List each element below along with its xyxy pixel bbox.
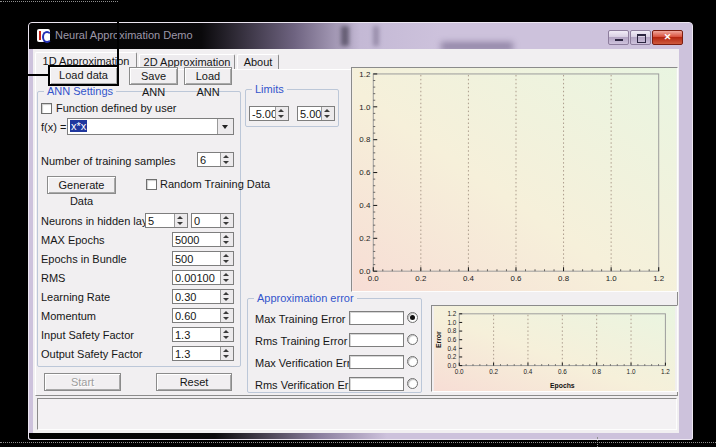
svg-text:1.2: 1.2 xyxy=(359,70,370,79)
svg-text:1.2: 1.2 xyxy=(447,310,456,317)
spinner-value: 6 xyxy=(200,154,206,166)
max-training-error-field[interactable] xyxy=(349,311,404,325)
input-safety-factor-label: Input Safety Factor xyxy=(41,329,134,341)
spinner-arrows[interactable] xyxy=(321,107,334,120)
svg-text:0.8: 0.8 xyxy=(558,274,570,283)
error-plot: 0.00.20.40.60.81.01.20.00.20.40.60.81.01… xyxy=(432,306,677,391)
max-verification-error-radio[interactable] xyxy=(407,356,418,367)
spinner-arrows[interactable] xyxy=(220,347,233,360)
rms-verification-error-label: Rms Verification Error xyxy=(255,379,362,391)
approximation-plot: 0.00.20.40.60.81.01.20.00.20.40.60.81.01… xyxy=(352,68,677,291)
svg-text:0.2: 0.2 xyxy=(359,234,370,243)
spinner-arrows[interactable] xyxy=(220,309,233,322)
svg-text:0.4: 0.4 xyxy=(524,368,533,375)
load-ann-button[interactable]: Load ANN xyxy=(184,67,232,85)
close-button[interactable]: ✕ xyxy=(652,30,683,45)
svg-text:0.0: 0.0 xyxy=(447,362,456,369)
minimize-icon xyxy=(615,39,623,41)
samples-spinner[interactable]: 6 xyxy=(197,152,234,167)
learning-rate-label: Learning Rate xyxy=(41,291,110,303)
spinner-arrows[interactable] xyxy=(220,153,233,166)
function-combobox-value: x*x xyxy=(70,120,87,132)
approximation-plot-panel: 0.00.20.40.60.81.01.20.00.20.40.60.81.01… xyxy=(351,67,678,292)
svg-text:0.8: 0.8 xyxy=(592,368,601,375)
max-training-error-radio[interactable] xyxy=(407,312,418,323)
max-verification-error-label: Max Verification Error xyxy=(255,357,360,369)
max-training-error-label: Max Training Error xyxy=(255,313,345,325)
max-epochs-spinner[interactable]: 5000 xyxy=(172,232,234,247)
approximation-error-group-title: Approximation error xyxy=(254,292,357,304)
learning-rate-spinner[interactable]: 0.30 xyxy=(172,289,234,304)
spinner-arrows[interactable] xyxy=(220,233,233,246)
save-ann-button[interactable]: Save ANN xyxy=(129,67,178,85)
window-title: Neural Approximation Demo xyxy=(55,29,193,41)
close-icon: ✕ xyxy=(664,32,672,42)
annotation-callout-line-horizontal xyxy=(28,74,48,76)
rms-training-error-radio[interactable] xyxy=(407,334,418,345)
titlebar-glass-streak xyxy=(341,26,349,46)
limit-min-spinner[interactable]: -5.00 xyxy=(249,106,289,121)
svg-text:0.4: 0.4 xyxy=(447,345,456,352)
ann-settings-group-title: ANN Settings xyxy=(44,85,116,97)
rms-verification-error-field[interactable] xyxy=(349,377,404,391)
titlebar-glass-streak xyxy=(373,26,379,46)
reset-button[interactable]: Reset xyxy=(156,373,232,391)
load-data-button[interactable]: Load data xyxy=(49,66,118,85)
neurons-hidden-2-spinner[interactable]: 0 xyxy=(191,213,234,228)
svg-text:0.8: 0.8 xyxy=(447,327,456,334)
tab-about[interactable]: About xyxy=(237,54,279,69)
svg-text:0.6: 0.6 xyxy=(510,274,522,283)
rms-training-error-field[interactable] xyxy=(349,333,404,347)
max-verification-error-field[interactable] xyxy=(349,355,404,369)
annotation-callout-line-vertical xyxy=(117,2,119,66)
svg-text:1.0: 1.0 xyxy=(447,319,456,326)
spinner-value: 5000 xyxy=(175,234,199,246)
rms-verification-error-radio[interactable] xyxy=(407,378,418,389)
function-defined-by-user-label: Function defined by user xyxy=(56,102,176,114)
svg-text:1.2: 1.2 xyxy=(653,274,664,283)
svg-text:0.6: 0.6 xyxy=(447,336,456,343)
epochs-in-bundle-spinner[interactable]: 500 xyxy=(172,251,234,266)
start-button[interactable]: Start xyxy=(44,373,121,391)
limit-max-spinner[interactable]: 5.00 xyxy=(297,106,335,121)
output-safety-factor-spinner[interactable]: 1.3 xyxy=(172,346,234,361)
random-training-data-checkbox[interactable] xyxy=(146,179,157,190)
annotation-dotted-line-top xyxy=(0,1,118,2)
spinner-arrows[interactable] xyxy=(174,214,187,227)
limits-group-title: Limits xyxy=(252,83,287,95)
spinner-arrows[interactable] xyxy=(220,252,233,265)
combobox-dropdown-icon[interactable] xyxy=(217,119,233,134)
svg-text:1.0: 1.0 xyxy=(606,274,618,283)
svg-text:0.2: 0.2 xyxy=(447,353,456,360)
random-training-data-label: Random Training Data xyxy=(160,178,270,190)
spinner-arrows[interactable] xyxy=(275,107,288,120)
spinner-arrows[interactable] xyxy=(220,214,233,227)
spinner-arrows[interactable] xyxy=(220,328,233,341)
title-bar[interactable]: Neural Approximation Demo ✕ xyxy=(29,23,692,49)
minimize-button[interactable] xyxy=(608,30,629,45)
svg-text:Epochs: Epochs xyxy=(550,382,575,390)
maximize-button[interactable] xyxy=(630,30,651,45)
fx-label: f(x) = xyxy=(41,121,66,133)
input-safety-factor-spinner[interactable]: 1.3 xyxy=(172,327,234,342)
function-defined-by-user-checkbox[interactable] xyxy=(41,103,52,114)
generate-data-button[interactable]: Generate Data xyxy=(47,176,116,194)
max-epochs-label: MAX Epochs xyxy=(41,234,105,246)
epochs-in-bundle-label: Epochs in Bundle xyxy=(41,253,127,265)
window-bottom-frame xyxy=(29,433,692,439)
spinner-value: 0.60 xyxy=(175,310,196,322)
spinner-value: 1.3 xyxy=(175,348,190,360)
rms-training-error-label: Rms Training Error xyxy=(255,335,347,347)
svg-text:1.2: 1.2 xyxy=(661,368,670,375)
spinner-value: 0.30 xyxy=(175,291,196,303)
app-window: Neural Approximation Demo ✕ 1D Approxima… xyxy=(28,22,693,440)
rms-spinner[interactable]: 0.00100 xyxy=(172,270,234,285)
function-combobox[interactable]: x*x xyxy=(67,118,234,135)
momentum-spinner[interactable]: 0.60 xyxy=(172,308,234,323)
spinner-value: 1.3 xyxy=(175,329,190,341)
spinner-arrows[interactable] xyxy=(220,271,233,284)
spinner-arrows[interactable] xyxy=(220,290,233,303)
spinner-value: 5.00 xyxy=(300,108,321,120)
neurons-hidden-1-spinner[interactable]: 5 xyxy=(145,213,188,228)
svg-text:0.2: 0.2 xyxy=(415,274,426,283)
